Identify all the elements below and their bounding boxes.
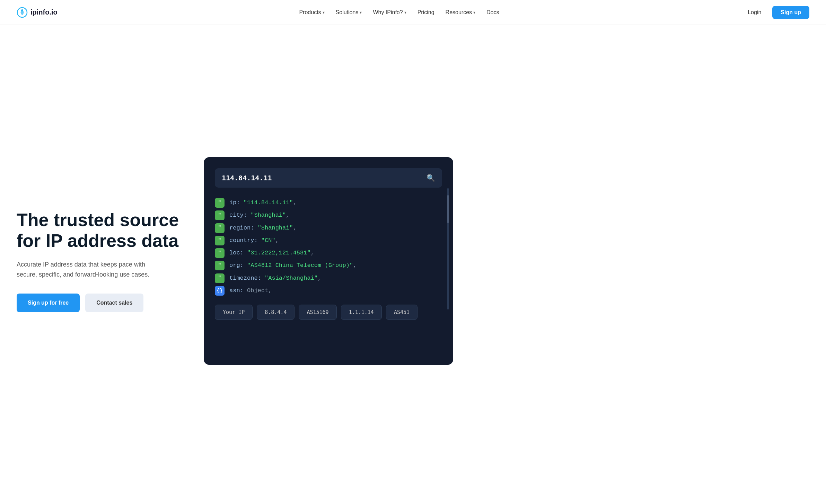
- navbar: ipinfo.io Products ▾ Solutions ▾ Why IPi…: [0, 0, 826, 25]
- hero-right: 114.84.14.11 🔍 " ip: "114.84.14.11", " c…: [204, 157, 809, 365]
- quote-icon: ": [215, 273, 225, 283]
- contact-sales-button[interactable]: Contact sales: [85, 294, 143, 312]
- quote-icon: ": [215, 236, 225, 245]
- quick-8844[interactable]: 8.8.4.4: [257, 305, 295, 320]
- quick-lookup-bar: Your IP 8.8.4.4 AS15169 1.1.1.14 AS451: [215, 305, 442, 320]
- scrollbar-thumb: [447, 195, 449, 223]
- nav-pricing[interactable]: Pricing: [413, 7, 439, 18]
- quote-icon: ": [215, 248, 225, 258]
- nav-docs[interactable]: Docs: [482, 7, 504, 18]
- svg-point-1: [21, 9, 23, 11]
- chevron-down-icon: ▾: [473, 10, 475, 15]
- json-row-loc: " loc: "31.2222,121.4581",: [215, 248, 442, 259]
- json-row-city: " city: "Shanghai",: [215, 210, 442, 221]
- hero-subtitle: Accurate IP address data that keeps pace…: [17, 260, 162, 280]
- hero-section: The trusted source for IP address data A…: [0, 25, 826, 504]
- json-row-org: " org: "AS4812 China Telecom (Group)",: [215, 260, 442, 271]
- nav-why-ipinfo[interactable]: Why IPinfo? ▾: [368, 7, 411, 18]
- json-row-region: " region: "Shanghai",: [215, 223, 442, 234]
- curly-icon: {}: [215, 286, 225, 296]
- signup-free-button[interactable]: Sign up for free: [17, 294, 80, 312]
- json-output: " ip: "114.84.14.11", " city: "Shanghai"…: [215, 197, 442, 296]
- json-row-country: " country: "CN",: [215, 235, 442, 246]
- hero-title: The trusted source for IP address data: [17, 210, 183, 251]
- login-button[interactable]: Login: [741, 6, 768, 19]
- chevron-down-icon: ▾: [404, 10, 406, 15]
- quote-icon: ": [215, 261, 225, 270]
- nav-actions: Login Sign up: [741, 6, 809, 19]
- hero-buttons: Sign up for free Contact sales: [17, 294, 183, 312]
- nav-solutions[interactable]: Solutions ▾: [331, 7, 367, 18]
- quote-icon: ": [215, 223, 225, 233]
- nav-resources[interactable]: Resources ▾: [441, 7, 480, 18]
- logo[interactable]: ipinfo.io: [17, 7, 58, 18]
- json-row-asn: {} asn: Object,: [215, 285, 442, 296]
- chevron-down-icon: ▾: [323, 10, 325, 15]
- demo-panel: 114.84.14.11 🔍 " ip: "114.84.14.11", " c…: [204, 157, 453, 365]
- quote-icon: ": [215, 210, 225, 220]
- quick-your-ip[interactable]: Your IP: [215, 305, 253, 320]
- nav-links: Products ▾ Solutions ▾ Why IPinfo? ▾ Pri…: [294, 7, 504, 18]
- scrollbar[interactable]: [447, 188, 449, 309]
- signup-button[interactable]: Sign up: [772, 6, 809, 19]
- demo-search-bar[interactable]: 114.84.14.11 🔍: [215, 168, 442, 188]
- hero-left: The trusted source for IP address data A…: [17, 210, 183, 312]
- logo-text: ipinfo.io: [30, 8, 58, 16]
- demo-ip-input: 114.84.14.11: [222, 174, 272, 182]
- quick-1114[interactable]: 1.1.1.14: [341, 305, 382, 320]
- json-row-ip: " ip: "114.84.14.11",: [215, 197, 442, 208]
- quote-icon: ": [215, 198, 225, 208]
- search-icon[interactable]: 🔍: [427, 174, 435, 182]
- chevron-down-icon: ▾: [360, 10, 362, 15]
- quick-as451[interactable]: AS451: [386, 305, 418, 320]
- nav-products[interactable]: Products ▾: [294, 7, 329, 18]
- quick-as15169[interactable]: AS15169: [299, 305, 336, 320]
- json-row-timezone: " timezone: "Asia/Shanghai",: [215, 273, 442, 284]
